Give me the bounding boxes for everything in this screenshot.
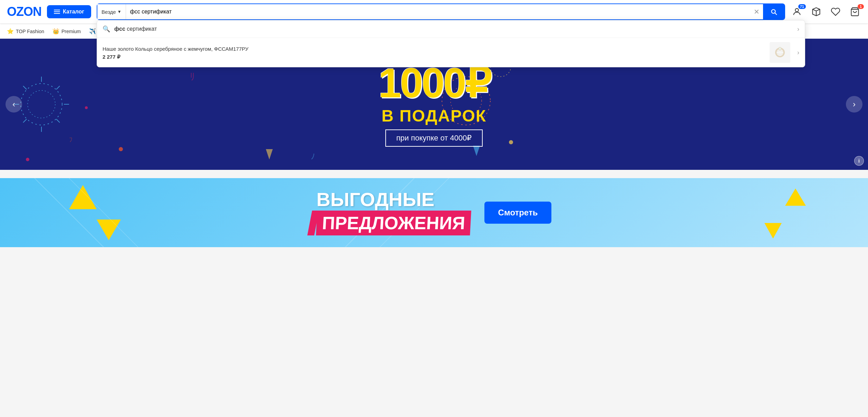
autocomplete-product-item[interactable]: Наше золото Кольцо серебряное с жемчугом… [97,38,805,67]
banner-content: 1000₽ В ПОДАРОК при покупке от 4000₽ [378,62,490,147]
cart-badge: 1 [858,4,864,9]
svg-text:ﾌ: ﾌ [69,136,73,144]
svg-point-20 [119,147,123,151]
search-button[interactable] [763,4,784,19]
search-container: Везде ▼ ✕ 🔍 фсс сертификат › Наше зо [97,3,785,20]
favorites-icon-item[interactable] [829,6,842,18]
arrow-right-icon: › [797,26,799,33]
autocomplete-text: фсс сертификат [114,26,157,32]
svg-line-13 [56,119,60,123]
triangle-decoration-3 [785,188,806,206]
banner-gift-text: В ПОДАРОК [378,106,490,125]
star-icon: ⭐ [7,28,14,35]
catalog-button[interactable]: Каталог [47,5,91,18]
product-name: Наше золото Кольцо серебряное с жемчугом… [103,45,765,52]
svg-text:ﾉ: ﾉ [311,152,315,161]
autocomplete-main-suggestion[interactable]: 🔍 фсс сертификат › [97,20,805,38]
nav-item-top-fashion[interactable]: ⭐ TOP Fashion [7,27,44,36]
banner-prev-button[interactable]: ‹ [6,96,22,113]
triangle-decoration-4 [764,223,782,239]
svg-point-23 [509,140,513,144]
svg-point-1 [776,51,784,54]
catalog-label: Каталог [63,9,84,15]
nav-item-premium[interactable]: 👑 Premium [52,27,81,36]
svg-point-24 [85,106,88,109]
cart-icon-item[interactable]: 1 [849,6,861,18]
search-icon [770,8,778,16]
product-info: Наше золото Кольцо серебряное с жемчугом… [103,45,765,60]
promo-text-block: ВЫГОДНЫЕ ПРЕДЛОЖЕНИЯ [317,190,471,235]
crown-icon: 👑 [52,28,59,35]
svg-marker-28 [473,146,480,156]
promo-title-line1: ВЫГОДНЫЕ [317,190,471,209]
search-location-text: Везде [102,9,116,15]
nav-label-top-fashion: TOP Fashion [16,29,44,34]
profile-badge: 71 [798,4,806,9]
plane-icon: ✈️ [89,28,96,35]
svg-point-3 [795,9,798,12]
banner-condition-box: при покупке от 4000₽ [385,129,483,147]
svg-point-7 [28,90,55,118]
hamburger-icon [54,10,60,14]
logo[interactable]: OZON [7,4,41,19]
search-icon-small: 🔍 [103,25,110,33]
triangle-decoration-1 [69,185,97,209]
product-arrow-icon: › [797,49,799,56]
svg-point-21 [26,158,29,161]
svg-line-14 [56,86,60,89]
nav-label-premium: Premium [61,29,81,34]
search-location-selector[interactable]: Везде ▼ [97,4,126,19]
second-banner: ВЫГОДНЫЕ ПРЕДЛОЖЕНИЯ Смотреть [0,178,868,247]
svg-point-2 [779,47,781,50]
triangle-decoration-2 [97,220,121,240]
product-image-icon [773,46,787,59]
svg-point-6 [21,84,62,125]
profile-icon-item[interactable]: 71 [791,6,803,18]
product-thumbnail [770,42,790,63]
info-badge[interactable]: i [854,156,864,166]
autocomplete-dropdown: 🔍 фсс сертификат › Наше золото Кольцо се… [97,20,805,67]
banner-amount: 1000₽ [378,62,490,104]
header: OZON Каталог Везде ▼ ✕ 🔍 фсс сертификат [0,0,868,23]
svg-marker-26 [266,149,273,159]
orders-icon-item[interactable] [810,6,822,18]
svg-line-15 [23,119,27,123]
svg-text:ﾘ: ﾘ [190,71,195,82]
promo-cta-button[interactable]: Смотреть [484,202,552,224]
search-input[interactable] [126,4,750,19]
promo-ribbon: ПРЕДЛОЖЕНИЯ [316,211,471,235]
banner-next-button[interactable]: › [846,96,862,113]
product-price: 2 277 ₽ [103,54,765,60]
banner-condition-text: при покупке от 4000₽ [396,134,472,143]
header-icons: 71 [791,6,861,18]
chevron-down-icon: ▼ [117,9,122,14]
search-clear-button[interactable]: ✕ [750,4,763,19]
heart-icon [829,6,842,18]
box-icon [810,6,822,18]
svg-line-12 [23,86,27,89]
